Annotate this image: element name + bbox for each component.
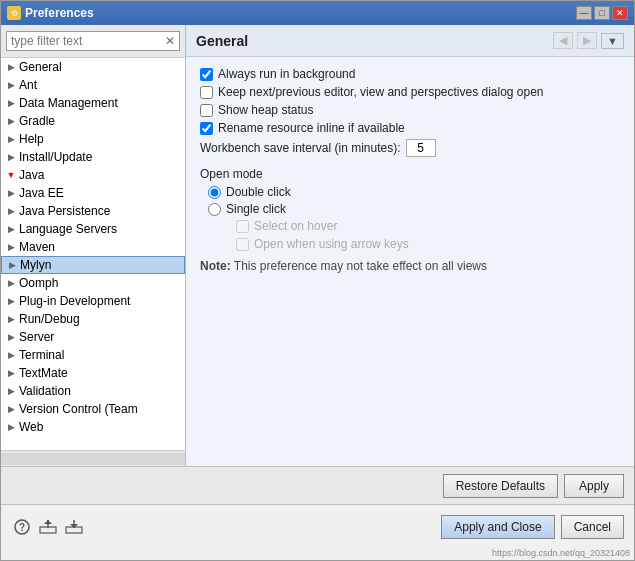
sidebar-item-install-update[interactable]: ▶Install/Update: [1, 148, 185, 166]
export-icon[interactable]: [37, 516, 59, 538]
checkbox-row-show-heap: Show heap status: [200, 103, 620, 117]
checkbox-label-keep-next-prev: Keep next/previous editor, view and pers…: [218, 85, 544, 99]
main-action-buttons: Apply and Close Cancel: [441, 515, 624, 539]
tree-container: ▶General▶Ant▶Data Management▶Gradle▶Help…: [1, 58, 185, 450]
checkboxes-container: Always run in backgroundKeep next/previo…: [200, 67, 620, 135]
sidebar-item-textmate[interactable]: ▶TextMate: [1, 364, 185, 382]
window-icon: ⚙: [7, 6, 21, 20]
forward-button[interactable]: ▶: [577, 32, 597, 49]
horizontal-scrollbar[interactable]: [1, 453, 185, 465]
sidebar-item-help[interactable]: ▶Help: [1, 130, 185, 148]
right-panel: General ◀ ▶ ▼ Always run in backgroundKe…: [186, 25, 634, 466]
radio-double-click[interactable]: [208, 186, 221, 199]
tree-label-plugin-development: Plug-in Development: [19, 294, 130, 308]
radio-row-double-click: Double click: [208, 185, 620, 199]
sidebar-item-oomph[interactable]: ▶Oomph: [1, 274, 185, 292]
sidebar-item-ant[interactable]: ▶Ant: [1, 76, 185, 94]
note-text: Note: This preference may not take effec…: [200, 259, 620, 273]
sidebar-item-terminal[interactable]: ▶Terminal: [1, 346, 185, 364]
tree-label-language-servers: Language Servers: [19, 222, 117, 236]
sidebar-item-maven[interactable]: ▶Maven: [1, 238, 185, 256]
import-icon[interactable]: [63, 516, 85, 538]
minimize-button[interactable]: —: [576, 6, 592, 20]
sidebar-item-general[interactable]: ▶General: [1, 58, 185, 76]
search-input[interactable]: [11, 34, 165, 48]
checkbox-row-rename-inline: Rename resource inline if available: [200, 121, 620, 135]
radio-label-double-click: Double click: [226, 185, 291, 199]
tree-arrow-maven: ▶: [5, 241, 17, 253]
checkbox-always-run-bg[interactable]: [200, 68, 213, 81]
sidebar-item-java[interactable]: ▼Java: [1, 166, 185, 184]
sub-option-select-hover: [236, 220, 249, 233]
page-title: General: [196, 33, 248, 49]
back-button[interactable]: ◀: [553, 32, 573, 49]
tree-arrow-mylyn: ▶: [6, 259, 18, 271]
checkbox-show-heap[interactable]: [200, 104, 213, 117]
radio-group: Double clickSingle click Select on hover…: [208, 185, 620, 251]
tree-arrow-run-debug: ▶: [5, 313, 17, 325]
tree-label-data-management: Data Management: [19, 96, 118, 110]
tree-arrow-oomph: ▶: [5, 277, 17, 289]
tree-arrow-install-update: ▶: [5, 151, 17, 163]
svg-text:?: ?: [19, 522, 25, 533]
checkbox-label-show-heap: Show heap status: [218, 103, 313, 117]
workbench-interval-label: Workbench save interval (in minutes):: [200, 141, 401, 155]
search-box: ✕: [6, 31, 180, 51]
help-icon[interactable]: ?: [11, 516, 33, 538]
tree-arrow-plugin-development: ▶: [5, 295, 17, 307]
cancel-button[interactable]: Cancel: [561, 515, 624, 539]
sidebar-item-web[interactable]: ▶Web: [1, 418, 185, 436]
note-bold: Note:: [200, 259, 231, 273]
tree-arrow-language-servers: ▶: [5, 223, 17, 235]
sidebar-item-language-servers[interactable]: ▶Language Servers: [1, 220, 185, 238]
tree-arrow-ant: ▶: [5, 79, 17, 91]
radio-options-container: Double clickSingle click: [208, 185, 620, 216]
checkbox-rename-inline[interactable]: [200, 122, 213, 135]
sidebar-item-mylyn[interactable]: ▶Mylyn: [1, 256, 185, 274]
tree-arrow-terminal: ▶: [5, 349, 17, 361]
tree-label-oomph: Oomph: [19, 276, 58, 290]
tree-label-terminal: Terminal: [19, 348, 64, 362]
sidebar-item-run-debug[interactable]: ▶Run/Debug: [1, 310, 185, 328]
restore-defaults-button[interactable]: Restore Defaults: [443, 474, 558, 498]
tree-label-java-ee: Java EE: [19, 186, 64, 200]
radio-label-single-click: Single click: [226, 202, 286, 216]
tree-label-version-control: Version Control (Team: [19, 402, 138, 416]
close-button[interactable]: ✕: [612, 6, 628, 20]
sidebar-item-server[interactable]: ▶Server: [1, 328, 185, 346]
sidebar-item-java-persistence[interactable]: ▶Java Persistence: [1, 202, 185, 220]
sidebar-item-java-ee[interactable]: ▶Java EE: [1, 184, 185, 202]
sidebar-item-version-control[interactable]: ▶Version Control (Team: [1, 400, 185, 418]
open-mode-label: Open mode: [200, 167, 620, 181]
tree-label-validation: Validation: [19, 384, 71, 398]
radio-single-click[interactable]: [208, 203, 221, 216]
tree-label-gradle: Gradle: [19, 114, 55, 128]
menu-button[interactable]: ▼: [601, 33, 624, 49]
sidebar-item-plugin-development[interactable]: ▶Plug-in Development: [1, 292, 185, 310]
radio-row-single-click: Single click: [208, 202, 620, 216]
sidebar-item-validation[interactable]: ▶Validation: [1, 382, 185, 400]
search-clear-button[interactable]: ✕: [165, 35, 175, 47]
export-svg: [39, 519, 57, 535]
maximize-button[interactable]: □: [594, 6, 610, 20]
checkbox-keep-next-prev[interactable]: [200, 86, 213, 99]
bottom-main-bar: ? Apply and Close Cancel: [1, 504, 634, 548]
tree-arrow-textmate: ▶: [5, 367, 17, 379]
apply-button[interactable]: Apply: [564, 474, 624, 498]
tree-label-java-persistence: Java Persistence: [19, 204, 110, 218]
tree-label-run-debug: Run/Debug: [19, 312, 80, 326]
sidebar-item-data-management[interactable]: ▶Data Management: [1, 94, 185, 112]
tree-label-ant: Ant: [19, 78, 37, 92]
checkbox-label-rename-inline: Rename resource inline if available: [218, 121, 405, 135]
workbench-interval-row: Workbench save interval (in minutes):: [200, 139, 620, 157]
workbench-interval-input[interactable]: [406, 139, 436, 157]
tree-arrow-data-management: ▶: [5, 97, 17, 109]
sidebar-item-gradle[interactable]: ▶Gradle: [1, 112, 185, 130]
bottom-icons: ?: [11, 516, 85, 538]
tree-arrow-help: ▶: [5, 133, 17, 145]
svg-marker-4: [44, 520, 52, 524]
left-panel-scrollbar: [1, 450, 185, 466]
title-bar-left: ⚙ Preferences: [7, 6, 94, 20]
sub-option-row-open-arrow: Open when using arrow keys: [236, 237, 620, 251]
apply-and-close-button[interactable]: Apply and Close: [441, 515, 554, 539]
